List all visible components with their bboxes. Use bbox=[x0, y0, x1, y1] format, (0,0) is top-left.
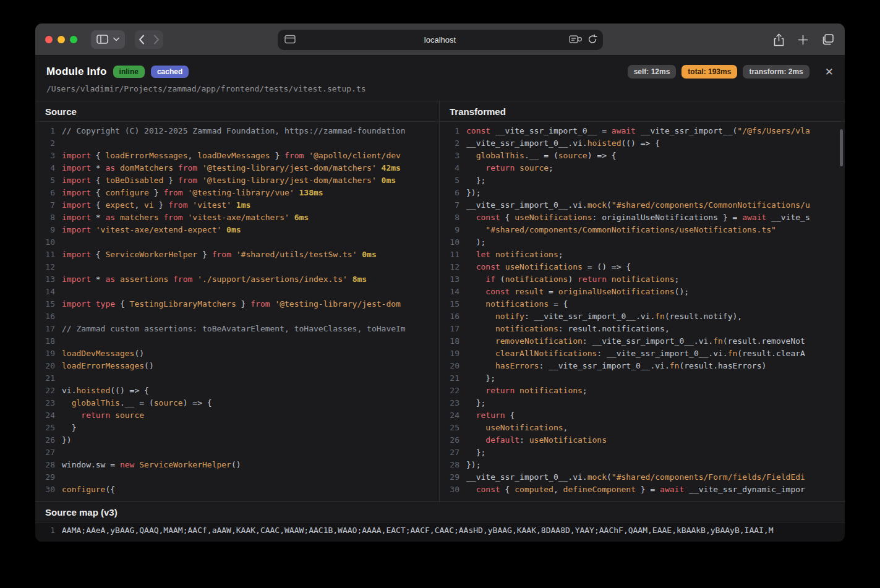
code-line: 21 }; bbox=[440, 372, 845, 385]
module-info-header: Module Info inline cached self: 12ms tot… bbox=[35, 56, 845, 101]
line-number: 23 bbox=[440, 397, 459, 409]
inline-badge: inline bbox=[113, 66, 145, 78]
scrollbar-thumb[interactable] bbox=[840, 129, 843, 166]
line-number: 3 bbox=[440, 150, 459, 162]
close-window-button[interactable] bbox=[45, 36, 53, 43]
code-line: 30configure({ bbox=[35, 484, 439, 496]
line-number: 8 bbox=[440, 211, 459, 224]
line-number: 26 bbox=[35, 434, 55, 446]
line-number: 19 bbox=[35, 347, 55, 360]
code-line: 5import { toBeDisabled } from '@testing-… bbox=[35, 174, 439, 187]
line-number: 18 bbox=[35, 335, 55, 347]
code-line: 12 const useNotifications = () => { bbox=[440, 261, 845, 273]
share-icon[interactable] bbox=[774, 33, 784, 46]
code-line: 8import * as matchers from 'vitest-axe/m… bbox=[35, 211, 439, 224]
code-line: 12 bbox=[35, 261, 439, 273]
code-line: 6import { configure } from '@testing-lib… bbox=[35, 187, 439, 199]
code-line: 25 useNotifications, bbox=[440, 422, 845, 434]
line-number: 9 bbox=[35, 224, 55, 236]
line-number: 2 bbox=[440, 137, 459, 150]
line-number: 11 bbox=[35, 249, 55, 261]
code-line: 10 bbox=[35, 236, 439, 249]
url-text: localhost bbox=[424, 35, 456, 45]
line-number: 17 bbox=[35, 323, 55, 335]
total-time-badge: total: 193ms bbox=[681, 65, 737, 79]
code-line: 25 } bbox=[35, 422, 439, 434]
new-tab-icon[interactable] bbox=[798, 35, 808, 45]
code-line: 27 bbox=[35, 446, 439, 459]
minimize-window-button[interactable] bbox=[58, 36, 65, 43]
line-number: 1 bbox=[35, 125, 55, 137]
source-code-editor[interactable]: 1// Copyright (C) 2012-2025 Zammad Found… bbox=[35, 122, 439, 501]
line-number: 10 bbox=[35, 236, 55, 249]
code-line: 20loadErrorMessages() bbox=[35, 360, 439, 372]
module-file-path: /Users/vladimir/Projects/zammad/app/fron… bbox=[46, 84, 834, 93]
transformed-code-editor[interactable]: 1const __vite_ssr_import_0__ = await __v… bbox=[440, 122, 845, 501]
line-number: 5 bbox=[440, 174, 459, 187]
code-line: 18 bbox=[35, 335, 439, 347]
code-line: 21 bbox=[35, 372, 439, 385]
close-icon[interactable]: ✕ bbox=[825, 67, 834, 77]
code-line: 7__vite_ssr_import_0__.vi.mock("#shared/… bbox=[440, 199, 845, 211]
line-number: 28 bbox=[440, 459, 459, 471]
code-line: 9import 'vitest-axe/extend-expect' 0ms bbox=[35, 224, 439, 236]
address-bar[interactable]: localhost bbox=[278, 30, 603, 50]
sidebar-toggle[interactable] bbox=[91, 30, 125, 49]
source-pane: Source 1// Copyright (C) 2012-2025 Zamma… bbox=[35, 101, 440, 501]
code-line: 23 globalThis.__ = (source) => { bbox=[35, 397, 439, 409]
back-button[interactable] bbox=[139, 35, 145, 45]
line-number: 15 bbox=[440, 298, 459, 310]
cached-badge: cached bbox=[151, 66, 189, 78]
sourcemap-code[interactable]: 1AAMA;AAeA,yBAAG,QAAQ,MAAM;AACf,aAAW,KAA… bbox=[35, 522, 845, 542]
line-number: 18 bbox=[440, 335, 459, 347]
line-number: 1 bbox=[440, 125, 459, 137]
code-line: 19loadDevMessages() bbox=[35, 347, 439, 360]
line-number: 19 bbox=[440, 347, 459, 360]
line-number: 10 bbox=[440, 236, 459, 249]
code-line: 14 bbox=[35, 286, 439, 298]
line-number: 20 bbox=[440, 360, 459, 372]
page-title: Module Info bbox=[46, 66, 107, 78]
code-line: 4 return source; bbox=[440, 162, 845, 174]
forward-button[interactable] bbox=[153, 35, 160, 45]
sidebar-icon bbox=[96, 35, 108, 44]
line-number: 24 bbox=[440, 409, 459, 422]
history-nav bbox=[135, 30, 163, 49]
line-number: 6 bbox=[440, 187, 459, 199]
code-line: 1// Copyright (C) 2012-2025 Zammad Found… bbox=[35, 125, 439, 137]
code-line: 13import * as assertions from './support… bbox=[35, 273, 439, 286]
line-number: 12 bbox=[440, 261, 459, 273]
line-number: 27 bbox=[35, 446, 55, 459]
line-number: 29 bbox=[440, 471, 459, 484]
line-number: 4 bbox=[440, 162, 459, 174]
reload-icon[interactable] bbox=[587, 34, 597, 45]
code-line: 20 hasErrors: __vite_ssr_import_0__.vi.f… bbox=[440, 360, 845, 372]
extension-icon[interactable] bbox=[569, 35, 582, 45]
code-line: 10 ); bbox=[440, 236, 845, 249]
line-number: 22 bbox=[35, 385, 55, 397]
line-number: 16 bbox=[440, 310, 459, 323]
line-number: 14 bbox=[35, 286, 55, 298]
line-number: 29 bbox=[35, 471, 55, 484]
browser-window: localhost Module Info bbox=[35, 23, 845, 542]
page-icon[interactable] bbox=[284, 35, 296, 45]
code-line: 24 return { bbox=[440, 409, 845, 422]
line-number: 24 bbox=[35, 409, 55, 422]
code-line: 26 default: useNotifications bbox=[440, 434, 845, 446]
code-line: 6}); bbox=[440, 187, 845, 199]
line-number: 5 bbox=[35, 174, 55, 187]
line-number: 1 bbox=[35, 524, 55, 537]
line-number: 3 bbox=[35, 150, 55, 162]
transformed-pane: Transformed 1const __vite_ssr_import_0__… bbox=[440, 101, 845, 501]
line-number: 23 bbox=[35, 397, 55, 409]
line-number: 13 bbox=[35, 273, 55, 286]
code-line: 29__vite_ssr_import_0__.vi.mock("#shared… bbox=[440, 471, 845, 484]
zoom-window-button[interactable] bbox=[70, 36, 77, 43]
line-number: 4 bbox=[35, 162, 55, 174]
tab-overview-icon[interactable] bbox=[822, 34, 834, 45]
code-line: 26}) bbox=[35, 434, 439, 446]
source-pane-title: Source bbox=[35, 101, 439, 122]
line-number: 13 bbox=[440, 273, 459, 286]
sourcemap-title: Source map (v3) bbox=[35, 502, 845, 522]
code-line: 16 bbox=[35, 310, 439, 323]
